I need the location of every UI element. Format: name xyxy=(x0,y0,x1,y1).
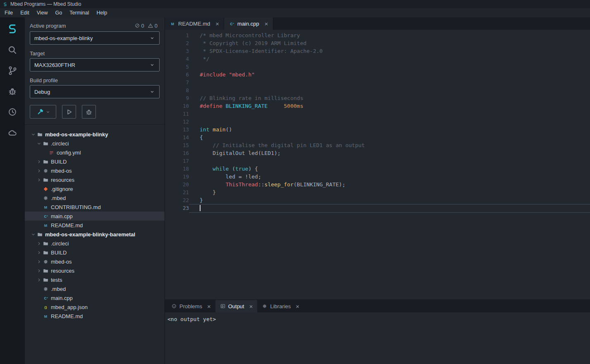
close-icon[interactable]: × xyxy=(265,21,268,27)
activity-debug[interactable] xyxy=(2,81,22,102)
tree-item-.mbed[interactable]: .mbed xyxy=(25,284,165,293)
code-line-1[interactable]: 1/* mbed Microcontroller Library xyxy=(165,31,590,39)
code-line-12[interactable]: 12 xyxy=(165,118,590,126)
tree-item-README.md[interactable]: README.md xyxy=(25,312,165,321)
tree-item-label: mbed-os xyxy=(51,259,72,265)
code-line-16[interactable]: 16 DigitalOut led(LED1); xyxy=(165,149,590,157)
code-line-4[interactable]: 4 */ xyxy=(165,55,590,63)
close-icon[interactable]: × xyxy=(215,21,219,27)
menu-item-edit[interactable]: Edit xyxy=(17,9,33,17)
tree-item-label: BUILD xyxy=(51,159,67,165)
panel-tab-output[interactable]: Output× xyxy=(215,300,258,312)
tree-item-mbed-os-example-blinky-baremetal[interactable]: mbed-os-example-blinky-baremetal xyxy=(25,230,165,239)
build-profile-select[interactable]: Debug xyxy=(30,85,160,98)
tree-item-README.md[interactable]: README.md xyxy=(25,221,165,230)
code-line-23[interactable]: 23 xyxy=(165,204,590,212)
code-line-3[interactable]: 3 * SPDX-License-Identifier: Apache-2.0 xyxy=(165,47,590,55)
code-line-7[interactable]: 7 xyxy=(165,79,590,86)
panel-tab-bar: Problems×Output×Libraries× xyxy=(165,300,590,312)
tree-item-main.cpp[interactable]: main.cpp xyxy=(25,212,165,221)
output-icon xyxy=(220,303,226,309)
menu-item-go[interactable]: Go xyxy=(52,9,66,17)
line-number: 19 xyxy=(165,174,189,180)
tree-item-mbed-os[interactable]: mbed-os xyxy=(25,257,165,266)
code-line-10[interactable]: 10#define BLINKING_RATE 5000ms xyxy=(165,102,590,110)
code-line-15[interactable]: 15 // Initialise the digital pin LED1 as… xyxy=(165,141,590,149)
tree-item-BUILD[interactable]: BUILD xyxy=(25,157,165,166)
tree-item-mbed_app.json[interactable]: mbed_app.json xyxy=(25,302,165,312)
tree-item-mbed-os-example-blinky[interactable]: mbed-os-example-blinky xyxy=(25,130,165,139)
code-area[interactable]: 1/* mbed Microcontroller Library2 * Copy… xyxy=(165,30,590,300)
activity-mbed-studio-home[interactable] xyxy=(2,18,22,40)
bug-icon xyxy=(85,108,93,116)
sidebar: Active program 0 0 mbed-os-example-blink… xyxy=(25,17,165,364)
menu-item-view[interactable]: View xyxy=(33,9,52,17)
code-line-21[interactable]: 21 } xyxy=(165,188,590,196)
code-line-18[interactable]: 18 while (true) { xyxy=(165,165,590,173)
tree-item-resources[interactable]: resources xyxy=(25,175,165,184)
tree-item-.circleci[interactable]: .circleci xyxy=(25,139,165,148)
chevron-slot xyxy=(36,258,42,265)
chevron-slot xyxy=(36,167,42,174)
code-line-9[interactable]: 9// Blinking rate in milliseconds xyxy=(165,94,590,102)
code-line-2[interactable]: 2 * Copyright (c) 2019 ARM Limited xyxy=(165,39,590,47)
close-icon[interactable]: × xyxy=(249,303,253,309)
line-number: 21 xyxy=(165,189,189,195)
tree-item-CONTRIBUTING.md[interactable]: CONTRIBUTING.md xyxy=(25,202,165,212)
code-line-19[interactable]: 19 led = !led; xyxy=(165,173,590,181)
code-line-8[interactable]: 8 xyxy=(165,86,590,94)
menu-item-help[interactable]: Help xyxy=(93,9,111,17)
code-line-22[interactable]: 22} xyxy=(165,196,590,204)
git-icon xyxy=(43,186,49,192)
close-icon[interactable]: × xyxy=(207,303,211,309)
menu-item-terminal[interactable]: Terminal xyxy=(66,9,93,17)
output-panel: <no output yet> xyxy=(165,312,590,364)
panel-tab-libraries[interactable]: Libraries× xyxy=(257,300,304,312)
output-text: <no output yet> xyxy=(167,316,216,322)
chevron-right-icon xyxy=(36,177,42,183)
code-text: /* mbed Microcontroller Library xyxy=(200,32,300,38)
code-line-5[interactable]: 5 xyxy=(165,63,590,71)
code-line-6[interactable]: 6#include "mbed.h" xyxy=(165,71,590,79)
chevron-down-icon xyxy=(31,232,36,237)
code-line-20[interactable]: 20 ThisThread::sleep_for(BLINKING_RATE); xyxy=(165,181,590,188)
file-icon xyxy=(42,213,49,219)
menu-item-file[interactable]: File xyxy=(1,9,17,17)
run-button[interactable] xyxy=(62,105,76,119)
tree-item-.mbed[interactable]: .mbed xyxy=(25,193,165,202)
file-icon xyxy=(42,158,49,165)
tab-README.md[interactable]: README.md× xyxy=(165,17,224,30)
file-icon xyxy=(48,149,55,156)
tree-item-config.yml[interactable]: config.yml xyxy=(25,148,165,157)
panel-tab-problems[interactable]: Problems× xyxy=(167,300,215,312)
chevron-slot xyxy=(36,204,42,210)
tree-item-tests[interactable]: tests xyxy=(25,275,165,284)
file-icon xyxy=(229,21,235,27)
code-line-17[interactable]: 17 xyxy=(165,157,590,165)
activity-history[interactable] xyxy=(2,102,22,122)
build-button[interactable] xyxy=(30,105,56,119)
code-line-11[interactable]: 11 xyxy=(165,110,590,118)
activity-remote[interactable] xyxy=(2,122,22,143)
chevron-right-icon xyxy=(36,241,42,246)
tree-item-BUILD[interactable]: BUILD xyxy=(25,248,165,257)
code-line-13[interactable]: 13int main() xyxy=(165,126,590,133)
program-select-value: mbed-os-example-blinky xyxy=(34,35,93,41)
markdown-icon xyxy=(170,21,176,27)
json-icon xyxy=(43,304,49,310)
code-text: * Copyright (c) 2019 ARM Limited xyxy=(200,40,306,46)
tree-item-.gitignore[interactable]: .gitignore xyxy=(25,184,165,193)
program-select[interactable]: mbed-os-example-blinky xyxy=(30,31,160,45)
close-icon[interactable]: × xyxy=(296,303,299,309)
tab-main.cpp[interactable]: main.cpp× xyxy=(224,17,273,30)
activity-source-control[interactable] xyxy=(2,60,22,81)
code-line-14[interactable]: 14{ xyxy=(165,133,590,141)
target-select[interactable]: MAX32630FTHR xyxy=(30,58,160,71)
tree-item-.circleci[interactable]: .circleci xyxy=(25,239,165,248)
debug-button[interactable] xyxy=(82,105,96,119)
tree-item-main.cpp[interactable]: main.cpp xyxy=(25,293,165,302)
tree-item-resources[interactable]: resources xyxy=(25,266,165,275)
activity-search[interactable] xyxy=(2,40,22,60)
line-number: 20 xyxy=(165,181,189,188)
tree-item-mbed-os[interactable]: mbed-os xyxy=(25,166,165,175)
